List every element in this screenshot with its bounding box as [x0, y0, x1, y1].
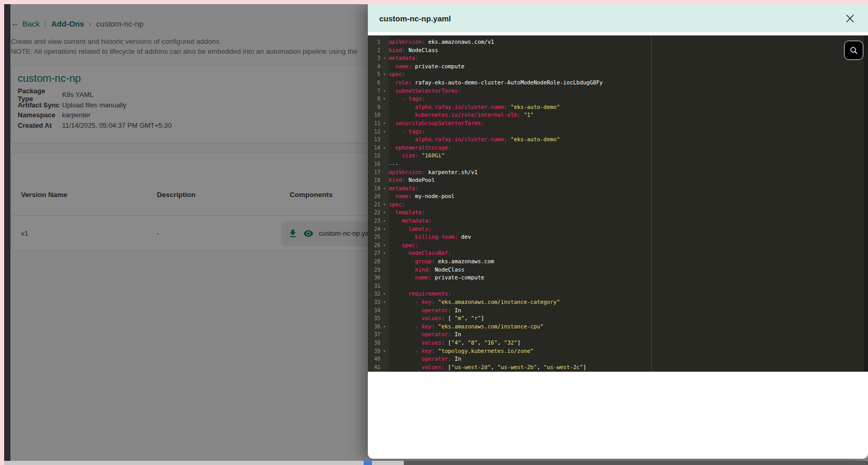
code-line: 30 name: private-compute: [368, 274, 864, 282]
code-text: spec:: [389, 242, 418, 248]
code-text: - key: "topology.kubernetes.io/zone": [389, 348, 534, 354]
code-text: size: "160Gi": [389, 152, 444, 158]
left-frame-strip: [0, 0, 4, 465]
line-number: 27: [368, 249, 380, 258]
line-number: 26: [368, 241, 380, 250]
fold-toggle-icon[interactable]: ▾: [380, 119, 389, 128]
code-text: billing-team: dev: [389, 234, 471, 240]
fold-toggle-icon[interactable]: ▾: [380, 241, 389, 250]
code-text: labels:: [389, 226, 431, 232]
fold-toggle-icon[interactable]: ▾: [380, 185, 389, 193]
code-lines: 1apiVersion: eks.amazonaws.com/v12kind: …: [368, 35, 864, 371]
code-text: kubernetes.io/role/internal-elb: "1": [389, 112, 534, 118]
line-number: 29: [368, 266, 380, 274]
code-line: 25 billing-team: dev: [368, 233, 864, 241]
line-number: 13: [368, 136, 380, 144]
code-line: 41 values: ["us-west-2d", "us-west-2b", …: [368, 363, 864, 372]
code-text: kind: NodePool: [389, 177, 435, 183]
code-text: - tags:: [389, 128, 425, 134]
code-line: 5▾spec:: [368, 70, 864, 79]
code-text: kind: NodeClass: [389, 47, 438, 53]
code-line: 17apiVersion: karpenter.sh/v1: [368, 168, 864, 177]
fold-toggle-icon[interactable]: ▾: [380, 144, 389, 152]
code-text: role: rafay-eks-auto-demo-cluster-AutoMo…: [389, 79, 603, 85]
code-text: alpha.rafay.io/cluster-name: "eks-auto-d…: [389, 136, 560, 142]
line-number: 24: [368, 225, 380, 234]
code-line: 16---: [368, 160, 864, 168]
fold-toggle-icon[interactable]: ▾: [380, 323, 389, 331]
code-text: name: my-node-pool: [389, 193, 454, 199]
bottom-scrollbar-track[interactable]: [0, 461, 868, 465]
line-number: 18: [368, 176, 380, 185]
fold-toggle-icon[interactable]: ▾: [380, 209, 389, 217]
fold-toggle-icon[interactable]: ▾: [380, 201, 389, 209]
code-text: metadata:: [389, 185, 418, 191]
top-frame-strip: [0, 0, 868, 4]
line-number: 35: [368, 314, 380, 323]
search-button[interactable]: [844, 41, 863, 60]
line-number: 31: [368, 282, 380, 290]
line-number: 23: [368, 217, 380, 225]
fold-toggle-icon[interactable]: ▾: [380, 70, 389, 79]
yaml-code-editor[interactable]: 1apiVersion: eks.amazonaws.com/v12kind: …: [368, 35, 868, 372]
code-line: 7▾ subnetSelectorTerms:: [368, 87, 864, 95]
fold-toggle-icon[interactable]: ▾: [380, 225, 389, 234]
code-text: template:: [389, 209, 425, 215]
code-line: 4 name: private-compute: [368, 63, 864, 71]
fold-toggle-icon[interactable]: ▾: [380, 54, 389, 63]
code-line: 34 operator: In: [368, 307, 864, 315]
drawer-title: custom-nc-np.yaml: [379, 14, 451, 23]
code-line: 3▾metadata:: [368, 54, 864, 63]
code-text: requirements:: [389, 290, 451, 297]
line-number: 36: [368, 323, 380, 331]
close-button[interactable]: [843, 11, 857, 25]
code-line: 33▾ - key: "eks.amazonaws.com/instance-c…: [368, 298, 864, 307]
line-number: 9: [368, 103, 380, 112]
code-text: group: eks.amazonaws.com: [389, 258, 494, 264]
fold-toggle-icon[interactable]: ▾: [380, 128, 389, 136]
code-text: - key: "eks.amazonaws.com/instance-categ…: [389, 299, 560, 305]
code-line: 29 kind: NodeClass: [368, 266, 864, 274]
code-line: 20 name: my-node-pool: [368, 192, 864, 201]
line-number: 14: [368, 144, 380, 152]
code-text: apiVersion: eks.amazonaws.com/v1: [389, 39, 494, 45]
code-text: operator: In: [389, 307, 461, 313]
search-icon: [849, 46, 859, 55]
fold-toggle-icon[interactable]: ▾: [380, 290, 389, 298]
code-text: apiVersion: karpenter.sh/v1: [389, 169, 478, 175]
fold-toggle-icon[interactable]: ▾: [380, 95, 389, 103]
line-number: 40: [368, 355, 380, 363]
code-line: 22▾ template:: [368, 209, 864, 217]
line-number: 4: [368, 63, 380, 71]
code-text: - tags:: [389, 95, 425, 102]
code-text: values: ["us-west-2d", "us-west-2b", "us…: [389, 364, 586, 370]
code-line: 8▾ - tags:: [368, 95, 864, 103]
fold-toggle-icon[interactable]: ▾: [380, 87, 389, 95]
fold-toggle-icon[interactable]: ▾: [380, 298, 389, 307]
code-text: kind: NodeClass: [389, 266, 464, 273]
code-text: values: ["4", "8", "16", "32"]: [389, 339, 520, 346]
code-text: values: [ "m", "r"]: [389, 315, 484, 321]
line-number: 33: [368, 298, 380, 307]
bottom-scrollbar-thumb[interactable]: [404, 461, 868, 465]
code-line: 23▾ metadata:: [368, 217, 864, 225]
line-number: 7: [368, 87, 380, 95]
fold-toggle-icon[interactable]: ▾: [380, 347, 389, 356]
line-number: 21: [368, 201, 380, 209]
code-line: 38 values: ["4", "8", "16", "32"]: [368, 339, 864, 347]
line-number: 37: [368, 331, 380, 339]
code-line: 12▾ - tags:: [368, 128, 864, 136]
code-line: 15 size: "160Gi": [368, 152, 864, 160]
editor-vertical-scrollbar[interactable]: [864, 35, 868, 372]
line-number: 2: [368, 46, 380, 55]
line-number: 1: [368, 38, 380, 46]
line-number: 22: [368, 209, 380, 217]
close-icon: [846, 14, 854, 23]
code-line: 24▾ labels:: [368, 225, 864, 234]
fold-toggle-icon[interactable]: ▾: [380, 217, 389, 225]
code-text: operator: In: [389, 356, 461, 362]
code-line: 6 role: rafay-eks-auto-demo-cluster-Auto…: [368, 79, 864, 87]
code-text: metadata:: [389, 217, 431, 224]
bottom-scrollbar-marker: [364, 461, 372, 465]
fold-toggle-icon[interactable]: ▾: [380, 249, 389, 258]
